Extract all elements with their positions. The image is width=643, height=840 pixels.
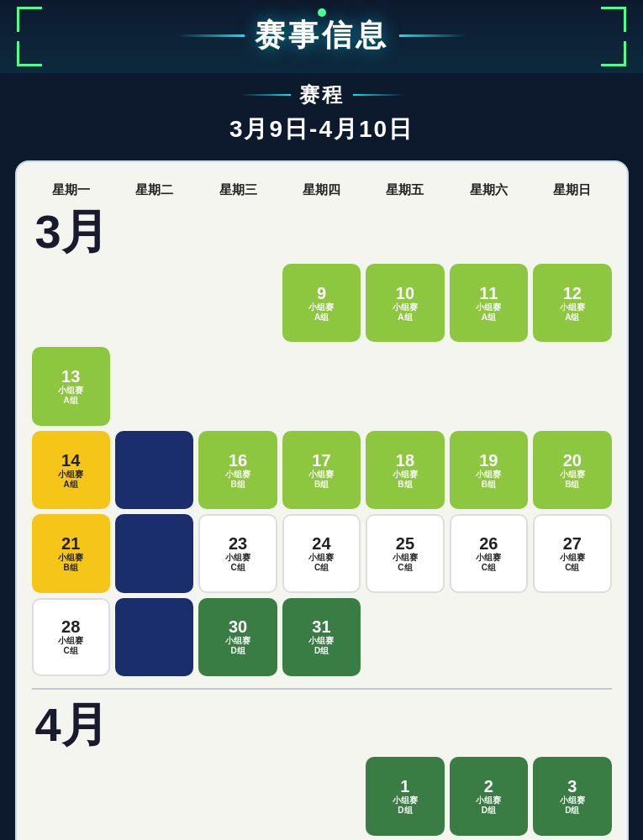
calendar-cell — [115, 757, 193, 835]
weekday-header: 星期一星期二星期三星期四星期五星期六星期日 — [32, 179, 612, 202]
main-card: 星期一星期二星期三星期四星期五星期六星期日 3月 9小组赛A组10小组赛A组11… — [15, 160, 629, 840]
april-label: 4月 — [32, 701, 612, 748]
page-header: 赛事信息 — [0, 0, 643, 73]
calendar-cell[interactable]: 21小组赛B组 — [32, 514, 110, 592]
calendar-cell[interactable]: 1小组赛D组 — [366, 757, 444, 835]
calendar-cell[interactable]: 29 — [115, 598, 193, 676]
calendar-cell[interactable]: 3小组赛D组 — [533, 757, 611, 835]
calendar-cell[interactable]: 18小组赛B组 — [366, 431, 444, 509]
calendar-row: 21小组赛B组2223小组赛C组24小组赛C组25小组赛C组26小组赛C组27小… — [32, 514, 612, 592]
month-divider — [32, 688, 612, 690]
calendar-cell[interactable]: 11小组赛A组 — [450, 264, 528, 342]
calendar-cell[interactable]: 20小组赛B组 — [533, 431, 611, 509]
weekday-cell: 星期二 — [115, 179, 193, 202]
calendar-cell[interactable]: 30小组赛D组 — [198, 598, 277, 676]
weekday-cell: 星期四 — [282, 179, 361, 202]
calendar-cell[interactable]: 15 — [115, 431, 193, 509]
calendar-cell[interactable]: 22 — [115, 514, 193, 592]
header-deco-right — [399, 34, 466, 37]
calendar-cell[interactable]: 31小组赛D组 — [282, 598, 361, 676]
schedule-label-row: 赛程 — [240, 81, 403, 108]
calendar-cell — [32, 757, 110, 835]
calendar-cell — [533, 598, 611, 676]
calendar-cell[interactable]: 26小组赛C组 — [450, 514, 528, 592]
weekday-cell: 星期五 — [366, 179, 444, 202]
schedule-date-range: 3月9日-4月10日 — [229, 113, 414, 145]
calendar-cell[interactable]: 19小组赛B组 — [450, 431, 528, 509]
calendar-cell[interactable]: 14小组赛A组 — [32, 431, 110, 509]
march-rows: 9小组赛A组10小组赛A组11小组赛A组12小组赛A组13小组赛A组14小组赛A… — [32, 264, 612, 676]
calendar-cell — [450, 598, 528, 676]
calendar-cell — [366, 598, 444, 676]
calendar-cell[interactable]: 16小组赛B组 — [198, 431, 277, 509]
calendar-cell[interactable]: 27小组赛C组 — [533, 514, 611, 592]
calendar-cell — [198, 264, 277, 342]
corner-deco-tr — [601, 7, 626, 32]
header-deco-left — [177, 34, 245, 37]
calendar-cell[interactable]: 23小组赛C组 — [198, 514, 277, 592]
schedule-header: 赛程 3月9日-4月10日 — [0, 73, 643, 160]
calendar-row: 9小组赛A组10小组赛A组11小组赛A组12小组赛A组13小组赛A组 — [32, 264, 612, 426]
march-section: 3月 9小组赛A组10小组赛A组11小组赛A组12小组赛A组13小组赛A组14小… — [32, 208, 612, 676]
schedule-label: 赛程 — [299, 81, 345, 108]
calendar-cell[interactable]: 9小组赛A组 — [282, 264, 361, 342]
weekday-cell: 星期日 — [533, 179, 611, 202]
calendar-row: 28小组赛C组2930小组赛D组31小组赛D组 — [32, 598, 612, 676]
calendar-cell[interactable]: 25小组赛C组 — [366, 514, 444, 592]
march-label: 3月 — [32, 208, 612, 255]
schedule-deco-right — [353, 94, 403, 96]
calendar-cell[interactable]: 24小组赛C组 — [282, 514, 361, 592]
weekday-cell: 星期一 — [32, 179, 110, 202]
corner-deco-bl — [17, 41, 42, 66]
calendar-cell[interactable]: 28小组赛C组 — [32, 598, 110, 676]
weekday-cell: 星期六 — [450, 179, 528, 202]
calendar-cell — [198, 757, 277, 835]
corner-deco-br — [601, 41, 626, 66]
top-dot-decoration — [318, 8, 326, 17]
calendar-cell[interactable]: 13小组赛A组 — [32, 347, 110, 425]
header-title-bar: 赛事信息 — [177, 15, 466, 56]
april-section: 4月 1小组赛D组2小组赛D组3小组赛D组4小组赛D组5淘汰赛6淘汰赛7淘汰赛8… — [32, 701, 612, 840]
calendar-cell[interactable]: 10小组赛A组 — [366, 264, 444, 342]
calendar-cell — [115, 264, 193, 342]
calendar-row: 14小组赛A组1516小组赛B组17小组赛B组18小组赛B组19小组赛B组20小… — [32, 431, 612, 509]
calendar-cell[interactable]: 12小组赛A组 — [533, 264, 611, 342]
schedule-deco-left — [240, 94, 291, 96]
calendar-cell[interactable]: 17小组赛B组 — [282, 431, 361, 509]
april-rows: 1小组赛D组2小组赛D组3小组赛D组4小组赛D组5淘汰赛6淘汰赛7淘汰赛8淘汰赛… — [32, 757, 612, 840]
calendar-cell[interactable]: 2小组赛D组 — [450, 757, 528, 835]
weekday-cell: 星期三 — [198, 179, 277, 202]
calendar-cell — [32, 264, 110, 342]
calendar-cell — [282, 757, 361, 835]
page-title: 赛事信息 — [255, 15, 389, 56]
calendar-row: 1小组赛D组2小组赛D组3小组赛D组 — [32, 757, 612, 835]
corner-deco-tl — [17, 7, 42, 32]
